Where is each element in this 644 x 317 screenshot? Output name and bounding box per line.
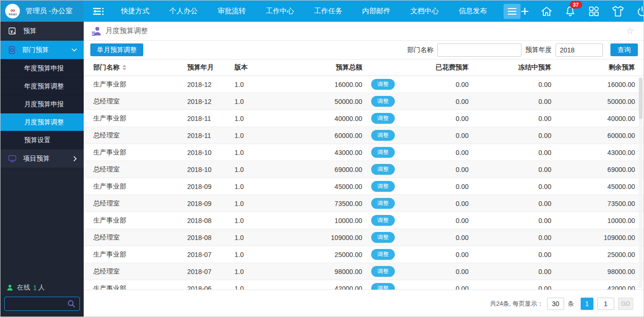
cell-total: 25000.00: [272, 251, 362, 258]
adjust-button[interactable]: 调整: [371, 249, 395, 260]
adjust-button[interactable]: 调整: [371, 283, 395, 290]
sidebar-subitem-monthly-declare[interactable]: 月度预算申报: [0, 95, 84, 113]
table-scrollbar[interactable]: [639, 77, 643, 288]
cell-frozen: 0.00: [469, 98, 551, 105]
cell-frozen: 0.00: [469, 81, 551, 88]
header-remain: 剩余预算: [551, 63, 635, 72]
cell-remain: 60000.00: [551, 132, 635, 139]
adjust-button[interactable]: 调整: [371, 164, 395, 175]
nav-item[interactable]: 内部邮件: [352, 7, 400, 16]
add-icon[interactable]: +: [521, 5, 529, 18]
adjust-button[interactable]: 调整: [371, 198, 395, 209]
scrollbar-thumb[interactable]: [639, 77, 643, 119]
cell-version: 1.0: [235, 81, 272, 88]
cell-dept: 总经理室: [84, 131, 187, 140]
adjust-button[interactable]: 调整: [371, 232, 395, 243]
nav-item[interactable]: 信息发布: [449, 7, 497, 16]
cell-month: 2018-10: [187, 149, 235, 156]
cell-version: 1.0: [235, 149, 272, 156]
nav-item[interactable]: 个人办公: [159, 7, 208, 16]
cell-spent: 0.00: [404, 98, 469, 105]
cell-spent: 0.00: [404, 132, 469, 139]
pagination-bar: 共24条, 每页显示： 条 1 GO: [84, 290, 644, 317]
sidebar-subitem-budget-settings[interactable]: 预算设置: [0, 131, 84, 149]
adjust-button[interactable]: 调整: [371, 79, 395, 90]
collapse-menu-icon[interactable]: [92, 7, 104, 16]
cell-frozen: 0.00: [469, 166, 551, 173]
cell-total: 43000.00: [272, 149, 362, 156]
cell-remain: 98000.00: [551, 268, 635, 275]
nav-item[interactable]: 文档中心: [400, 7, 449, 16]
cell-remain: 42000.00: [551, 285, 635, 290]
table-row: 总经理室 2018-07 1.0 98000.00 调整 0.00 0.00 9…: [84, 263, 644, 280]
sort-icon[interactable]: [122, 65, 126, 70]
search-icon[interactable]: [67, 300, 76, 308]
adjust-button[interactable]: 调整: [371, 147, 395, 158]
sidebar-item-label: 预算: [23, 27, 36, 35]
cell-spent: 0.00: [404, 183, 469, 190]
more-menu-button[interactable]: [504, 4, 521, 19]
adjust-button[interactable]: 调整: [371, 130, 395, 141]
dept-budget-doc-icon: [8, 46, 16, 54]
top-bar: ∞ 华天动力 管理员 -办公室: [0, 0, 644, 22]
current-page-button[interactable]: 1: [581, 298, 593, 310]
theme-shirt-icon[interactable]: [611, 5, 625, 17]
sidebar-subitem-monthly-adjust[interactable]: 月度预算调整: [0, 113, 84, 131]
sidebar-subitem-annual-declare[interactable]: 年度预算申报: [0, 60, 84, 77]
query-button[interactable]: 查询: [610, 43, 638, 56]
sidebar-item-dept-budget[interactable]: 部门预算: [0, 41, 84, 60]
notification-count-badge: 37: [570, 1, 582, 9]
adjust-button[interactable]: 调整: [371, 96, 395, 107]
apps-grid-icon[interactable]: [588, 5, 600, 17]
year-filter-input[interactable]: [556, 43, 603, 57]
dept-filter-input[interactable]: [437, 43, 522, 57]
online-user-icon: [6, 284, 14, 291]
logout-power-icon[interactable]: [636, 5, 644, 17]
cell-month: 2018-09: [187, 183, 235, 190]
table-row: 生产事业部 2018-11 1.0 40000.00 调整 0.00 0.00 …: [84, 110, 644, 127]
notifications-bell-icon[interactable]: 37: [564, 5, 576, 17]
favorite-star-icon[interactable]: ☆: [626, 26, 634, 35]
cell-total: 50000.00: [272, 98, 362, 105]
nav-item[interactable]: 审批流转: [208, 7, 256, 16]
budget-ledger-icon: ¥: [8, 27, 17, 35]
cell-month: 2018-10: [187, 166, 235, 173]
sidebar-item-project-budget[interactable]: 项目预算: [0, 149, 84, 168]
table-row: 总经理室 2018-08 1.0 109000.00 调整 0.00 0.00 …: [84, 229, 644, 246]
table-row: 生产事业部 2018-10 1.0 43000.00 调整 0.00 0.00 …: [84, 144, 644, 161]
logo-infinity-icon: ∞: [10, 7, 14, 13]
project-budget-monitor-icon: [8, 155, 17, 163]
cell-remain: 50000.00: [551, 98, 635, 105]
page-size-input[interactable]: [547, 298, 564, 310]
cell-total: 16000.00: [272, 81, 362, 88]
table-row: 生产事业部 2018-06 1.0 42000.00 调整 0.00 0.00 …: [84, 280, 644, 290]
home-icon[interactable]: [540, 5, 553, 17]
cell-month: 2018-06: [187, 285, 235, 290]
adjust-button[interactable]: 调整: [371, 215, 395, 226]
cell-dept: 生产事业部: [84, 284, 187, 290]
adjust-button[interactable]: 调整: [371, 113, 395, 124]
cell-dept: 生产事业部: [84, 250, 187, 259]
goto-page-input[interactable]: [597, 298, 614, 310]
cell-remain: 10000.00: [551, 217, 635, 224]
cell-month: 2018-08: [187, 234, 235, 241]
sidebar-subitem-annual-adjust[interactable]: 年度预算调整: [0, 77, 84, 95]
table-row: 生产事业部 2018-07 1.0 25000.00 调整 0.00 0.00 …: [84, 246, 644, 263]
cell-frozen: 0.00: [469, 115, 551, 122]
table-row: 总经理室 2018-09 1.0 73500.00 调整 0.00 0.00 7…: [84, 195, 644, 212]
adjust-button[interactable]: 调整: [371, 266, 395, 277]
cell-dept: 总经理室: [84, 97, 187, 106]
sidebar-item-budget[interactable]: ¥ 预算: [0, 22, 84, 41]
nav-item[interactable]: 工作任务: [304, 7, 352, 16]
app-window: ∞ 华天动力 管理员 -办公室: [0, 0, 644, 317]
adjust-button[interactable]: 调整: [371, 181, 395, 192]
brand-logo: ∞ 华天动力: [5, 4, 20, 18]
nav-item[interactable]: 快捷方式: [111, 7, 159, 16]
cell-total: 40000.00: [272, 115, 362, 122]
nav-item[interactable]: 工作中心: [256, 7, 304, 16]
go-button[interactable]: GO: [618, 298, 633, 310]
sidebar-item-label: 项目预算: [23, 154, 50, 163]
page-person-icon: [91, 26, 102, 36]
single-month-adjust-button[interactable]: 单月预算调整: [90, 43, 143, 56]
chevron-down-icon: [71, 48, 77, 52]
